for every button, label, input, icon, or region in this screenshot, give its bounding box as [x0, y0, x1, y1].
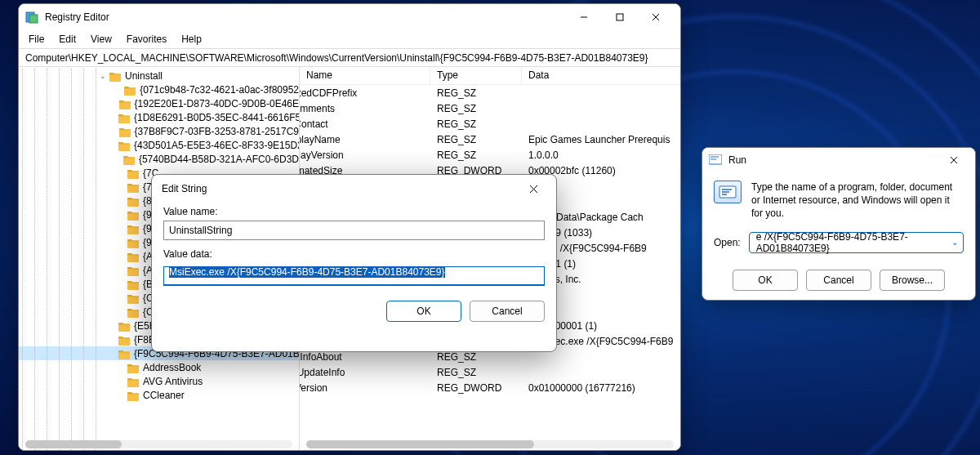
list-header[interactable]: Name Type Data: [300, 67, 680, 85]
cell-name: Contact: [300, 118, 430, 131]
folder-icon: [118, 347, 131, 360]
close-button[interactable]: [520, 178, 546, 199]
ok-button[interactable]: OK: [386, 301, 461, 322]
cell-type: REG_SZ: [430, 118, 522, 130]
folder-icon: [118, 97, 131, 110]
close-button[interactable]: [939, 150, 969, 170]
run-dialog: Run Type the name of a program, folder, …: [702, 147, 976, 301]
tree-label: Uninstall: [125, 70, 163, 82]
tree-label: AVG Antivirus: [143, 376, 203, 387]
folder-icon: [127, 264, 140, 277]
folder-icon: [127, 236, 140, 249]
list-row[interactable]: DisplayVersionREG_SZ1.0.0.0: [300, 147, 680, 163]
open-value: e /X{F9C5C994-F6B9-4D75-B3E7-AD01B84073E…: [756, 231, 956, 254]
dialog-titlebar[interactable]: Edit String: [152, 175, 556, 203]
cell-type: REG_DWORD: [430, 382, 522, 394]
tree-label: {1D8E6291-B0D5-35EC-8441-6616F5: [134, 112, 300, 123]
close-button[interactable]: [638, 6, 674, 29]
menu-favorites[interactable]: Favorites: [120, 32, 173, 47]
open-combobox[interactable]: e /X{F9C5C994-F6B9-4D75-B3E7-AD01B84073E…: [749, 232, 964, 253]
list-horizontal-scrollbar[interactable]: [306, 440, 674, 448]
string-value-icon: URLUpdateInfo: [305, 366, 318, 379]
cell-name: AuthorizedCDFPrefix: [300, 87, 430, 100]
folder-icon: [127, 208, 140, 221]
column-type[interactable]: Type: [430, 67, 522, 84]
tree-label: {071c9b48-7c32-4621-a0ac-3f80952: [140, 84, 299, 96]
value-name-field[interactable]: [163, 221, 545, 240]
menu-help[interactable]: Help: [175, 32, 208, 47]
folder-icon: [127, 194, 140, 207]
folder-icon: [127, 389, 140, 402]
menubar: File Edit View Favorites Help: [19, 30, 680, 48]
list-row[interactable]: AuthorizedCDFPrefixREG_SZ: [300, 85, 680, 100]
tree-label: {5740BD44-B58D-321A-AFC0-6D3D: [139, 154, 299, 165]
menu-edit[interactable]: Edit: [52, 32, 82, 47]
folder-icon: [127, 278, 140, 291]
string-value-icon: Comments: [305, 102, 318, 115]
column-name[interactable]: Name: [300, 67, 430, 84]
folder-icon: [127, 292, 140, 305]
menu-view[interactable]: View: [84, 32, 118, 47]
folder-icon: [122, 153, 136, 166]
cell-name: DisplayName: [300, 133, 430, 146]
folder-icon: [127, 250, 140, 263]
folder-icon: [118, 111, 131, 124]
cancel-button[interactable]: Cancel: [470, 301, 545, 322]
folder-icon: [127, 375, 140, 388]
cell-type: REG_SZ: [430, 103, 522, 114]
svg-rect-8: [617, 14, 623, 20]
menu-file[interactable]: File: [22, 32, 51, 47]
regedit-titlebar[interactable]: Registry Editor: [19, 4, 680, 30]
list-row[interactable]: URLUpdateInfoREG_SZ: [300, 364, 680, 380]
run-titlebar[interactable]: Run: [702, 148, 975, 172]
list-row[interactable]: VersionREG_DWORD0x01000000 (16777216): [300, 380, 680, 395]
column-data[interactable]: Data: [522, 67, 680, 84]
address-bar[interactable]: Computer\HKEY_LOCAL_MACHINE\SOFTWARE\Mic…: [19, 48, 680, 66]
folder-icon: [118, 125, 131, 138]
folder-icon: [127, 361, 140, 374]
scrollbar-thumb[interactable]: [25, 440, 122, 448]
maximize-button[interactable]: [602, 6, 638, 29]
list-row[interactable]: ContactREG_SZ: [300, 116, 680, 132]
folder-icon: [123, 83, 136, 96]
scrollbar-thumb[interactable]: [306, 440, 534, 448]
regedit-app-icon: [25, 11, 38, 24]
folder-icon: [127, 167, 140, 180]
cancel-button[interactable]: Cancel: [806, 270, 871, 291]
cell-name: Version: [300, 381, 430, 395]
minimize-button[interactable]: [566, 6, 602, 29]
run-app-icon: [709, 154, 722, 167]
run-icon: [714, 181, 742, 203]
folder-icon: [118, 319, 131, 332]
regedit-title: Registry Editor: [45, 11, 566, 23]
chevron-down-icon[interactable]: ⌄: [951, 238, 958, 247]
address-text: Computer\HKEY_LOCAL_MACHINE\SOFTWARE\Mic…: [25, 52, 648, 64]
cell-type: REG_SZ: [430, 351, 522, 363]
browse-button[interactable]: Browse...: [880, 270, 945, 291]
string-value-icon: DisplayVersion: [305, 149, 318, 162]
tree-horizontal-scrollbar[interactable]: [25, 440, 292, 448]
cell-type: REG_SZ: [430, 149, 522, 161]
window-controls: [566, 6, 674, 29]
tree-label: AddressBook: [143, 362, 201, 373]
tree-label: CCleaner: [143, 390, 185, 401]
list-row[interactable]: DisplayNameREG_SZEpic Games Launcher Pre…: [300, 132, 680, 147]
dialog-title: Edit String: [162, 183, 520, 194]
list-row[interactable]: CommentsREG_SZ: [300, 100, 680, 116]
string-value-icon: DisplayName: [305, 133, 318, 146]
folder-icon: [118, 333, 131, 346]
run-title: Run: [728, 154, 939, 166]
tree-label: {37B8F9C7-03FB-3253-8781-2517C9: [135, 126, 299, 137]
value-data-field[interactable]: [163, 266, 545, 286]
folder-icon: [127, 306, 140, 319]
folder-icon: [109, 69, 122, 83]
cell-data: Epic Games Launcher Prerequis: [522, 134, 680, 145]
cell-name: URLUpdateInfo: [300, 366, 430, 379]
string-value-icon: AuthorizedCDFPrefix: [305, 87, 318, 100]
cell-name: DisplayVersion: [300, 149, 430, 162]
cell-type: REG_SZ: [430, 367, 522, 378]
folder-icon: [127, 181, 140, 194]
value-data-label: Value data:: [163, 248, 545, 260]
folder-icon: [118, 139, 131, 152]
ok-button[interactable]: OK: [733, 270, 798, 291]
